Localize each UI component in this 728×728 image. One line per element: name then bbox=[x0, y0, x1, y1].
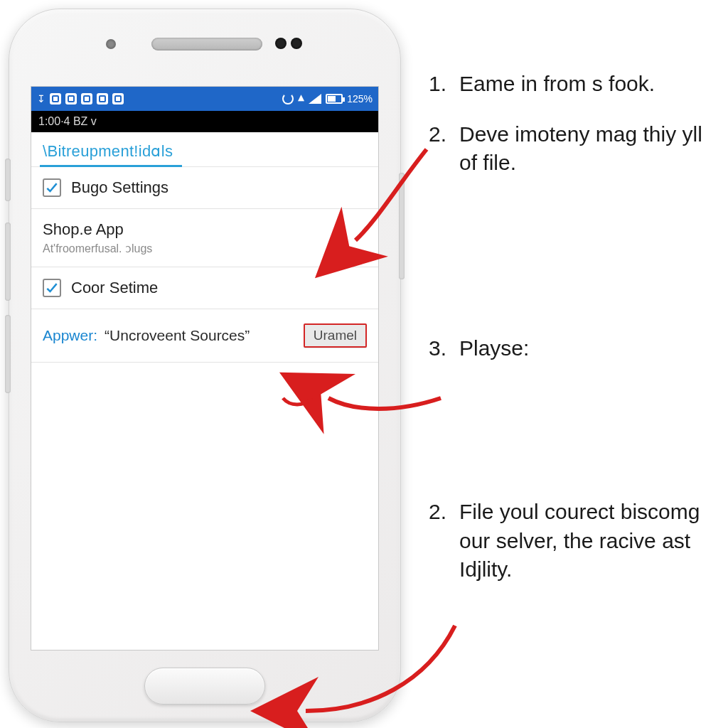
instruction-step: 2. File youl courect biscomg our selver,… bbox=[424, 498, 715, 584]
phone-frame: ↧ 125% 1:00·4 BZ v \Bitreupment!idɑls bbox=[9, 9, 401, 722]
step-number: 3. bbox=[424, 334, 446, 363]
setting-row-bugo[interactable]: Bugo Settings bbox=[31, 167, 378, 209]
step-text: Deve imoteny mag thiy yll of file. bbox=[459, 120, 715, 178]
clock-text: 1:00·4 BZ v bbox=[38, 115, 97, 128]
settings-app: \Bitreupment!idɑls Bugo Settings Shop.e … bbox=[31, 132, 378, 363]
step-number: 2. bbox=[424, 498, 446, 584]
front-cameras bbox=[275, 38, 302, 49]
app-icon bbox=[97, 93, 108, 105]
doc-icon bbox=[81, 93, 92, 105]
checkbox-checked-icon[interactable] bbox=[43, 178, 61, 197]
setting-label: Bugo Settings bbox=[71, 178, 168, 197]
tab-underline bbox=[40, 165, 182, 167]
screen: ↧ 125% 1:00·4 BZ v \Bitreupment!idɑls bbox=[31, 86, 379, 651]
tab-label: \Bitreupment!idɑls bbox=[43, 142, 173, 160]
checkbox-checked-icon[interactable] bbox=[43, 279, 61, 297]
uramel-button[interactable]: Uramel bbox=[304, 323, 367, 348]
instruction-step: 3. Playse: bbox=[424, 334, 715, 363]
instruction-step: 2. Deve imoteny mag thiy yll of file. bbox=[424, 120, 715, 178]
setting-label: Shop.e App bbox=[43, 220, 152, 239]
calendar-icon bbox=[65, 93, 77, 105]
volume-up-button bbox=[5, 223, 11, 301]
step-text: Eame in from s fook. bbox=[459, 70, 655, 99]
status-bar: ↧ 125% bbox=[31, 87, 378, 111]
signal-icon bbox=[309, 94, 321, 104]
instruction-list: 1. Eame in from s fook. 2. Deve imoteny … bbox=[424, 70, 715, 606]
step-text: Playse: bbox=[459, 334, 529, 363]
tab-header[interactable]: \Bitreupment!idɑls bbox=[31, 132, 378, 167]
setting-row-shope[interactable]: Shop.e App At'froomerfusal. ɔlugs bbox=[31, 209, 378, 267]
power-button bbox=[399, 173, 405, 279]
setting-row-unknown-sources[interactable]: Appwer: “Uncroveent Sources” Uramel bbox=[31, 309, 378, 363]
proximity-sensor bbox=[106, 39, 116, 49]
wifi-icon bbox=[298, 91, 304, 107]
setting-value: “Uncroveent Sources” bbox=[105, 327, 250, 344]
battery-percent: 125% bbox=[347, 93, 373, 105]
download-icon: ↧ bbox=[37, 93, 46, 105]
step-text: File youl courect biscomg our selver, th… bbox=[459, 498, 715, 584]
setting-row-coor[interactable]: Coor Setime bbox=[31, 267, 378, 309]
battery-icon bbox=[326, 94, 343, 104]
secondary-bar: 1:00·4 BZ v bbox=[31, 111, 378, 132]
sync-icon bbox=[282, 93, 294, 105]
instruction-step: 1. Eame in from s fook. bbox=[424, 70, 715, 99]
setting-key: Appwer: bbox=[43, 327, 97, 344]
volume-down-button bbox=[5, 315, 11, 393]
setting-sublabel: At'froomerfusal. ɔlugs bbox=[43, 242, 152, 255]
side-button bbox=[5, 159, 11, 201]
step-number: 2. bbox=[424, 120, 446, 178]
home-button[interactable] bbox=[144, 668, 265, 705]
step-number: 1. bbox=[424, 70, 446, 99]
earpiece-speaker bbox=[151, 38, 262, 50]
setting-label: Coor Setime bbox=[71, 279, 158, 297]
sim-icon bbox=[50, 93, 61, 105]
card-icon bbox=[112, 93, 124, 105]
